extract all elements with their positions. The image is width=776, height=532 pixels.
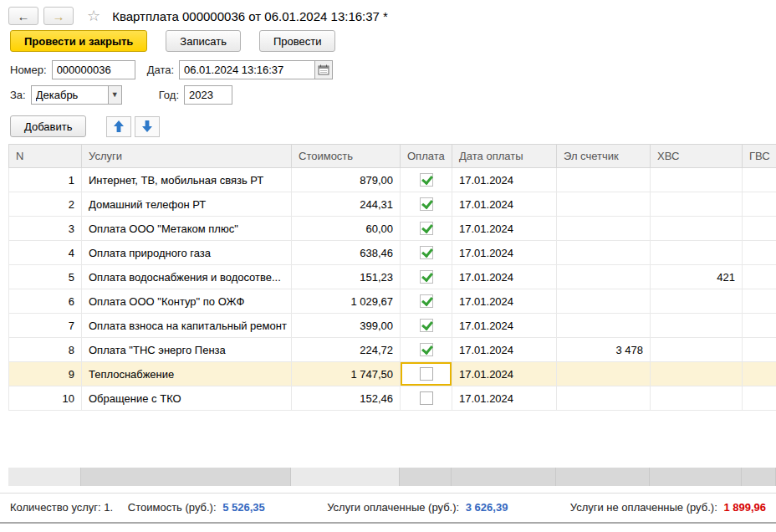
hvs-cell[interactable] xyxy=(651,362,743,386)
pay-date-cell[interactable]: 17.01.2024 xyxy=(452,168,557,192)
column-header-service[interactable]: Услуги xyxy=(82,145,292,168)
calendar-button[interactable] xyxy=(314,60,333,79)
paid-checkbox[interactable] xyxy=(420,319,433,332)
column-header-paid[interactable]: Оплата xyxy=(401,145,452,168)
row-number-cell[interactable]: 1 xyxy=(9,168,82,192)
pay-date-cell[interactable]: 17.01.2024 xyxy=(452,217,557,241)
paid-cell[interactable] xyxy=(401,217,452,241)
service-cell[interactable]: Интернет, ТВ, мобильная связь РТ xyxy=(82,168,292,192)
move-up-button[interactable] xyxy=(106,116,131,137)
gvs-cell[interactable] xyxy=(743,265,776,289)
gvs-cell[interactable] xyxy=(743,386,776,411)
service-cell[interactable]: Оплата "ТНС энерго Пенза xyxy=(82,338,292,362)
service-cell[interactable]: Обращение с ТКО xyxy=(82,386,292,411)
cost-cell[interactable]: 244,31 xyxy=(292,192,401,217)
pay-date-cell[interactable]: 17.01.2024 xyxy=(452,314,557,338)
add-row-button[interactable]: Добавить xyxy=(10,115,86,137)
table-row[interactable]: 3 Оплата ООО "Метаком плюс" 60,00 17.01.… xyxy=(9,217,776,241)
cost-cell[interactable]: 879,00 xyxy=(292,168,401,192)
cost-cell[interactable]: 151,23 xyxy=(292,265,401,289)
table-row[interactable]: 2 Домашний телефон РТ 244,31 17.01.2024 xyxy=(9,192,776,217)
favorite-star-icon[interactable]: ☆ xyxy=(87,7,100,25)
date-input[interactable] xyxy=(179,60,314,79)
gvs-cell[interactable] xyxy=(743,241,776,265)
column-header-pay-date[interactable]: Дата оплаты xyxy=(452,145,557,168)
table-row-selected[interactable]: 9 Теплоснабжение 1 747,50 17.01.2024 xyxy=(9,362,776,386)
year-input[interactable] xyxy=(184,85,232,105)
pay-date-cell[interactable]: 17.01.2024 xyxy=(452,362,557,386)
gvs-cell[interactable] xyxy=(743,168,776,192)
service-cell[interactable]: Оплата ООО "Контур" по ОЖФ xyxy=(82,289,292,314)
gvs-cell[interactable] xyxy=(743,338,776,362)
column-header-n[interactable]: N xyxy=(9,145,82,168)
month-select[interactable] xyxy=(31,85,108,105)
number-input[interactable] xyxy=(52,60,135,79)
meter-cell[interactable] xyxy=(557,289,651,314)
pay-date-cell[interactable]: 17.01.2024 xyxy=(452,192,557,217)
row-number-cell[interactable]: 3 xyxy=(9,217,82,241)
post-and-close-button[interactable]: Провести и закрыть xyxy=(10,30,147,52)
meter-cell[interactable]: 3 478 xyxy=(557,338,651,362)
row-number-cell[interactable]: 2 xyxy=(9,192,82,217)
hvs-cell[interactable] xyxy=(651,192,743,217)
service-cell[interactable]: Оплата природного газа xyxy=(82,241,292,265)
paid-cell[interactable] xyxy=(401,241,452,265)
cost-cell[interactable]: 224,72 xyxy=(292,338,401,362)
paid-checkbox[interactable] xyxy=(420,294,433,308)
hvs-cell[interactable] xyxy=(651,338,743,362)
meter-cell[interactable] xyxy=(557,217,651,241)
row-number-cell[interactable]: 9 xyxy=(9,362,82,386)
meter-cell[interactable] xyxy=(557,362,651,386)
meter-cell[interactable] xyxy=(557,386,651,411)
table-row[interactable]: 8 Оплата "ТНС энерго Пенза 224,72 17.01.… xyxy=(9,338,776,362)
gvs-cell[interactable] xyxy=(743,289,776,314)
gvs-cell[interactable] xyxy=(743,362,776,386)
cost-cell[interactable]: 399,00 xyxy=(292,314,401,338)
table-row[interactable]: 4 Оплата природного газа 638,46 17.01.20… xyxy=(9,241,776,265)
row-number-cell[interactable]: 5 xyxy=(9,265,82,289)
service-cell[interactable]: Домашний телефон РТ xyxy=(82,192,292,217)
table-row[interactable]: 10 Обращение с ТКО 152,46 17.01.2024 xyxy=(9,386,776,411)
paid-checkbox[interactable] xyxy=(420,270,433,284)
hvs-cell[interactable] xyxy=(651,168,743,192)
row-number-cell[interactable]: 4 xyxy=(9,241,82,265)
row-number-cell[interactable]: 8 xyxy=(9,338,82,362)
paid-cell[interactable] xyxy=(401,386,452,411)
column-header-gvs[interactable]: ГВС xyxy=(743,145,776,168)
gvs-cell[interactable] xyxy=(743,314,776,338)
paid-checkbox[interactable] xyxy=(420,197,433,211)
paid-checkbox[interactable] xyxy=(420,391,433,405)
service-cell[interactable]: Оплата водоснабжения и водосотве... xyxy=(82,265,292,289)
write-button[interactable]: Записать xyxy=(166,30,241,52)
paid-checkbox[interactable] xyxy=(420,367,433,381)
hvs-cell[interactable] xyxy=(651,217,743,241)
gvs-cell[interactable] xyxy=(743,217,776,241)
row-number-cell[interactable]: 10 xyxy=(9,386,82,411)
table-row[interactable]: 5 Оплата водоснабжения и водосотве... 15… xyxy=(9,265,776,289)
table-row[interactable]: 7 Оплата взноса на капитальный ремонт 39… xyxy=(9,314,776,338)
pay-date-cell[interactable]: 17.01.2024 xyxy=(452,241,557,265)
service-cell[interactable]: Теплоснабжение xyxy=(82,362,292,386)
paid-cell[interactable] xyxy=(401,338,452,362)
paid-cell[interactable] xyxy=(401,265,452,289)
meter-cell[interactable] xyxy=(557,265,651,289)
hvs-cell[interactable]: 421 xyxy=(651,265,743,289)
paid-checkbox[interactable] xyxy=(420,343,433,356)
hvs-cell[interactable] xyxy=(651,386,743,411)
paid-checkbox[interactable] xyxy=(420,173,433,187)
forward-button[interactable]: → xyxy=(43,7,74,25)
meter-cell[interactable] xyxy=(557,192,651,217)
pay-date-cell[interactable]: 17.01.2024 xyxy=(452,289,557,314)
meter-cell[interactable] xyxy=(557,241,651,265)
cost-cell[interactable]: 638,46 xyxy=(292,241,401,265)
cost-cell[interactable]: 1 747,50 xyxy=(292,362,401,386)
column-header-hvs[interactable]: ХВС xyxy=(651,145,743,168)
hvs-cell[interactable] xyxy=(651,314,743,338)
hvs-cell[interactable] xyxy=(651,289,743,314)
row-number-cell[interactable]: 7 xyxy=(9,314,82,338)
pay-date-cell[interactable]: 17.01.2024 xyxy=(452,386,557,411)
cost-cell[interactable]: 1 029,67 xyxy=(292,289,401,314)
column-header-cost[interactable]: Стоимость xyxy=(292,145,401,168)
move-down-button[interactable] xyxy=(135,116,160,137)
column-header-meter[interactable]: Эл счетчик xyxy=(557,145,651,168)
